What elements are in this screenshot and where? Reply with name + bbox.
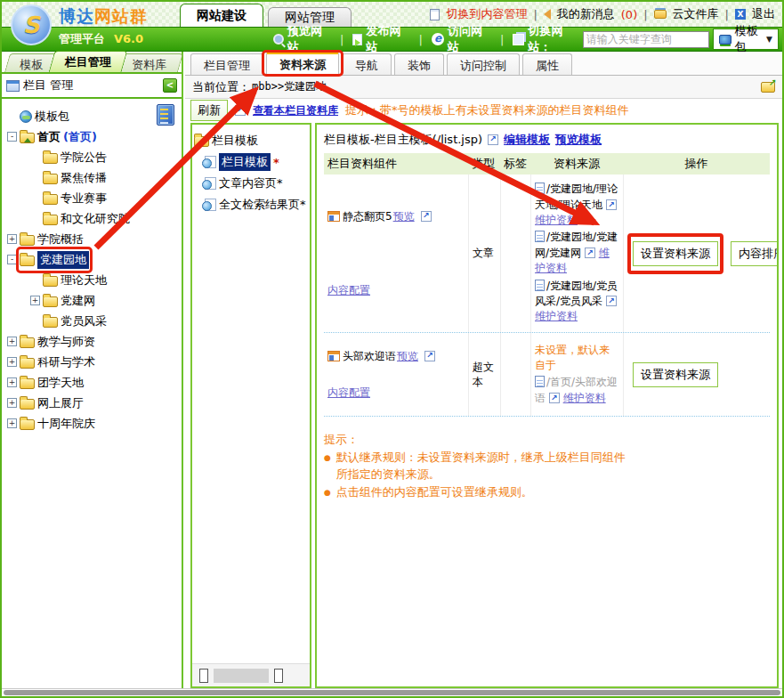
set-data-source-button[interactable]: 设置资料来源 (633, 241, 718, 266)
bullet-icon: ● (324, 483, 331, 501)
tree-item-label[interactable]: 理论天地 (61, 272, 107, 288)
view-library-link[interactable]: 查看本栏目资料库 (253, 103, 338, 118)
visit-site-button[interactable]: e 访问网站 (432, 23, 491, 55)
folder-icon (20, 337, 35, 348)
preview-link[interactable]: 预览 (397, 349, 418, 364)
tab-navigation[interactable]: 导航 (342, 53, 392, 75)
page-icon (430, 9, 440, 20)
tab-data-source[interactable]: 资料来源 (266, 52, 339, 75)
source-cell: 未设置，默认来自于 /首页/头部欢迎语 维护资料 (530, 333, 623, 416)
maintain-data-link[interactable]: 维护资料 (535, 310, 578, 322)
template-item-label[interactable]: 全文检索结果页* (219, 197, 306, 213)
site-search-input[interactable] (583, 31, 709, 48)
content-config-link[interactable]: 内容配置 (327, 386, 370, 401)
tree-expander[interactable]: + (7, 377, 17, 387)
tree-expander[interactable]: + (7, 234, 17, 244)
logout-icon: X (735, 9, 746, 20)
publish-site-button[interactable]: 发布网站 (352, 23, 409, 55)
bullet-icon: ● (324, 449, 331, 483)
tree-expander[interactable]: + (7, 357, 17, 367)
tree-item-label[interactable]: 团学天地 (37, 375, 84, 391)
tree-item-label[interactable]: 模板包 (35, 109, 69, 125)
folder-icon (43, 174, 58, 184)
template-detail-panel: 栏目模板-栏目主模板(/list.jsp) 编辑模板 预览模板 栏目资料组件 类… (315, 123, 779, 688)
tree-item-label[interactable]: 教学与师资 (37, 334, 95, 350)
tree-item-label[interactable]: 首页 (37, 129, 61, 145)
tree-item-label[interactable]: 党建园地 (37, 251, 89, 269)
logout-link[interactable]: 退出 (752, 6, 775, 22)
column-tree: 模板包 - 首页 (首页) 学院公告 聚焦传播 专业赛事 (2, 99, 182, 437)
monitor-icon (719, 35, 731, 45)
preview-site-button[interactable]: 预览网站 (273, 23, 331, 55)
breadcrumb: 当前位置： mbb>>党建园地 (185, 76, 782, 99)
collapse-sidebar-button[interactable]: < (163, 78, 177, 93)
app-window: 博达网站群 网站建设 网站管理 切换到内容管理 | 我的新消息 (0) | 云文… (0, 0, 784, 698)
tree-item-label[interactable]: 党员风采 (61, 313, 107, 329)
col-tag: 标签 (500, 153, 530, 174)
cloud-library-link[interactable]: 云文件库 (673, 6, 719, 22)
tree-item-label[interactable]: 聚焦传播 (61, 170, 107, 186)
tree-item-label[interactable]: 和文化研究院 (61, 211, 130, 227)
tree-item: + 教学与师资 (7, 331, 178, 352)
folder-up-icon[interactable] (761, 82, 775, 93)
tree-item-label[interactable]: 专业赛事 (61, 191, 107, 207)
scrollbar-thumb[interactable] (4, 690, 780, 695)
set-data-source-button[interactable]: 设置资料来源 (633, 362, 718, 387)
separator: | (725, 8, 729, 21)
content-sort-button[interactable]: 内容排序 (731, 241, 779, 266)
tree-item-label[interactable]: 十周年院庆 (37, 416, 95, 432)
template-item-label[interactable]: 栏目模板 (219, 153, 271, 171)
my-messages-link[interactable]: 我的新消息 (557, 6, 615, 22)
folder-icon (194, 136, 209, 147)
preview-template-link[interactable]: 预览模板 (555, 132, 602, 148)
external-link-icon (606, 199, 617, 210)
template-tree-root: 栏目模板 (194, 130, 308, 151)
tree-item-label[interactable]: 学院概括 (37, 231, 84, 248)
tree-item: + 十周年院庆 (7, 413, 178, 434)
scroll-right-button[interactable] (274, 669, 283, 683)
tree-item: 理论天地 (30, 270, 178, 290)
scroll-thumb[interactable] (214, 669, 269, 683)
tree-item-label[interactable]: 党建网 (61, 293, 95, 309)
tab-access-control[interactable]: 访问控制 (447, 53, 520, 75)
tree-item: + 网上展厅 (7, 393, 178, 413)
page-bottom-scrollbar[interactable] (2, 688, 782, 696)
sidebar: 模板 栏目管理 资料库 栏目 管理 < 模板包 - 首页 (首页) (2, 52, 183, 688)
sidebar-tab-library[interactable]: 资料库 (117, 53, 183, 72)
tab-decoration[interactable]: 装饰 (394, 53, 444, 75)
horizontal-scrollbar[interactable] (192, 663, 310, 686)
tree-item: 和文化研究院 (30, 208, 178, 229)
cloud-folder-icon (654, 10, 667, 19)
tree-item-label[interactable]: 科研与学术 (37, 354, 95, 370)
tree-item-label[interactable]: 学院公告 (61, 150, 107, 166)
tab-column-management[interactable]: 栏目管理 (190, 53, 263, 75)
globe-icon (20, 110, 32, 123)
tree-expander[interactable]: + (7, 398, 17, 408)
scroll-left-button[interactable] (199, 669, 208, 683)
sidebar-tab-column-management[interactable]: 栏目管理 (49, 51, 128, 72)
tree-item-label[interactable]: 网上展厅 (37, 395, 84, 411)
tree-item: + 科研与学术 (7, 352, 178, 372)
tree-expander[interactable]: - (7, 132, 17, 142)
maintain-data-link[interactable]: 维护资料 (535, 214, 578, 226)
tree-expander[interactable]: + (30, 296, 40, 305)
maintain-data-link[interactable]: 维护资料 (563, 392, 606, 404)
edit-template-link[interactable]: 编辑模板 (504, 132, 550, 148)
template-list-icon[interactable] (157, 104, 174, 126)
template-package-button[interactable]: 模板包 ▼ (713, 28, 779, 50)
preview-link[interactable]: 预览 (393, 209, 415, 224)
refresh-button[interactable]: 刷新 (190, 100, 228, 121)
tree-item: - 首页 (首页) (7, 126, 178, 147)
home-folder-icon (20, 133, 35, 143)
tab-site-construction[interactable]: 网站建设 (180, 4, 263, 27)
switch-to-content-link[interactable]: 切换到内容管理 (446, 6, 527, 22)
content-config-link[interactable]: 内容配置 (327, 283, 370, 298)
tree-expander[interactable]: - (7, 255, 17, 264)
tree-expander[interactable]: + (7, 337, 17, 346)
template-tree-root-label[interactable]: 栏目模板 (212, 133, 258, 149)
tab-properties[interactable]: 属性 (522, 53, 572, 75)
template-title: 栏目模板-栏目主模板(/list.jsp) (324, 132, 482, 148)
external-link-icon (549, 393, 560, 403)
tree-expander[interactable]: + (7, 418, 17, 428)
template-item-label[interactable]: 文章内容页* (219, 175, 283, 191)
